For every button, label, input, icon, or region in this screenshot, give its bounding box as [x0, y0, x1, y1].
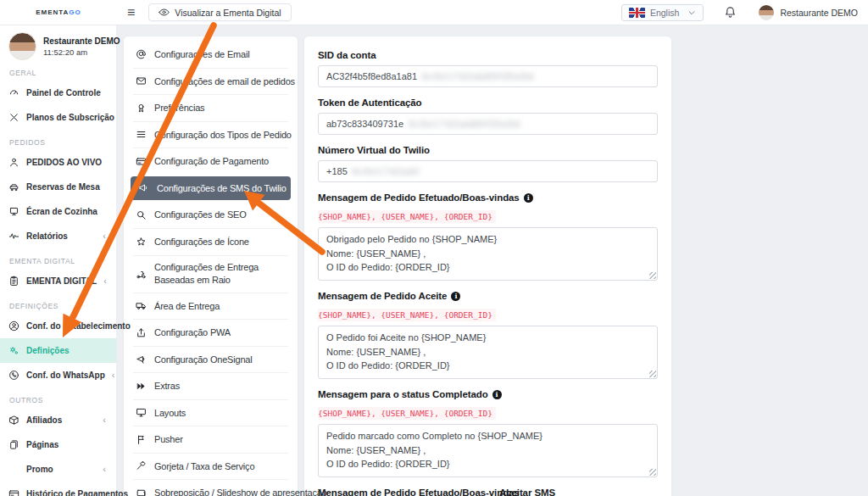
- chevron-left-icon: ‹: [103, 415, 106, 425]
- sidebar-user-name: Restaurante DEMO: [43, 36, 120, 46]
- truck-icon: [136, 300, 147, 311]
- user-name: Restaurante DEMO: [780, 8, 858, 18]
- sidebar-item-ecran-de-cozinha[interactable]: Écran de Cozinha: [8, 199, 108, 224]
- gift-icon: [8, 464, 19, 475]
- twilio-sms-settings-form: SID da conta AC32f4b5f8ed8a1a81 Token de…: [303, 36, 672, 496]
- menu-item-configuracoes-de-seo[interactable]: Configurações de SEO: [133, 202, 288, 229]
- token-de-autenticacao-input[interactable]: ab73c833409731e: [318, 113, 658, 135]
- app-logo[interactable]: EMENTAGO: [0, 0, 117, 25]
- chevron-left-icon: ‹: [103, 231, 106, 241]
- credit-card-icon: [136, 156, 147, 167]
- sidebar-item-afiliados[interactable]: Afiliados ‹: [8, 408, 108, 432]
- sidebar-section-geral: GERAL: [9, 69, 108, 77]
- sidebar-user-block[interactable]: Restaurante DEMO 11:52:20 am: [8, 32, 108, 60]
- redacted-value: [353, 167, 419, 176]
- share-icon: [136, 327, 147, 338]
- sidebar-item-historico-de-pagamentos[interactable]: Histórico de Pagamentos: [8, 482, 108, 496]
- fast-forward-icon: [136, 381, 147, 392]
- menu-item-configuracoes-de-email[interactable]: Configurações de Email: [133, 41, 288, 68]
- info-icon[interactable]: [451, 292, 460, 301]
- reports-icon: [8, 231, 19, 242]
- sidebar-section-definicoes: DEFINIÇÕES: [9, 302, 108, 310]
- field-label-sid: SID da conta: [318, 50, 658, 60]
- logo-text: EMENTA: [36, 8, 69, 16]
- numero-virtual-twilio-input[interactable]: +185: [318, 160, 658, 182]
- user-menu[interactable]: Restaurante DEMO: [759, 5, 858, 20]
- uk-flag-icon: [629, 8, 645, 18]
- notifications-bell-icon[interactable]: [724, 6, 737, 19]
- avatar: [8, 32, 36, 60]
- flag-icon: [136, 434, 147, 445]
- hamburger-menu-icon[interactable]: ≡: [127, 6, 135, 20]
- avatar: [759, 5, 774, 20]
- menu-item-preferencias[interactable]: Preferências: [133, 94, 288, 121]
- at-icon: [136, 48, 147, 59]
- monitor-icon: [136, 407, 147, 418]
- sidebar-item-conf-do-whatsapp[interactable]: Conf. do WhatsApp ‹: [8, 363, 108, 387]
- sidebar: Restaurante DEMO 11:52:20 am GERAL Paine…: [0, 25, 117, 496]
- placeholder-variables: {SHOP_NAME}, {USER_NAME}, {ORDER_ID}: [318, 210, 496, 223]
- list-icon: [136, 129, 147, 140]
- menu-item-configuracoes-de-icone[interactable]: Configurações de Ícone: [133, 228, 288, 255]
- chevron-left-icon: ‹: [103, 276, 107, 286]
- sidebar-item-ementa-digital[interactable]: EMENTA DIGITAL ‹: [8, 269, 108, 293]
- chevron-down-icon: [687, 8, 696, 17]
- sid-da-conta-input[interactable]: AC32f4b5f8ed8a1a81: [318, 65, 658, 87]
- mensagem-boas-vindas-textarea[interactable]: Obrigado pelo Pedido no {SHOP_NAME} Nome…: [318, 227, 658, 281]
- menu-item-configuracao-pwa[interactable]: Configuração PWA: [133, 319, 288, 346]
- sidebar-item-paginas[interactable]: Páginas: [8, 432, 108, 457]
- mensagem-completado-textarea[interactable]: Pedido marcado como Completo no {SHOP_NA…: [318, 424, 658, 477]
- sidebar-item-reservas-de-mesa[interactable]: Reservas de Mesa: [8, 175, 108, 199]
- eye-icon: [159, 7, 170, 18]
- chevron-left-icon: ‹: [112, 371, 115, 380]
- info-icon[interactable]: [492, 390, 502, 399]
- menu-item-configuracoes-de-email-de-pedidos[interactable]: Configurações de email de pedidos: [133, 68, 288, 95]
- spoon-icon: [136, 460, 147, 471]
- sidebar-item-relatorios[interactable]: Relatórios ‹: [8, 224, 108, 248]
- menu-item-configuracao-de-pagamento[interactable]: Configuração de Pagamento: [133, 148, 288, 175]
- pages-icon: [8, 439, 19, 450]
- field-label-token: Token de Autenticação: [318, 98, 658, 108]
- menu-item-configuracao-onesignal[interactable]: Configuração OneSignal: [133, 346, 288, 373]
- sidebar-item-planos-de-subscricao[interactable]: Planos de Subscrição: [8, 105, 108, 130]
- sidebar-item-painel-de-controle[interactable]: Painel de Controle: [8, 81, 108, 105]
- menu-item-configuracoes-de-entrega-baseadas-em-raio[interactable]: Configurações de Entrega Baseadas em Rai…: [133, 255, 288, 293]
- affiliates-icon: [8, 415, 19, 426]
- sidebar-item-conf-do-estabelecimento[interactable]: Conf. do Estabelecimento: [8, 314, 108, 338]
- chevron-left-icon: ‹: [103, 465, 106, 474]
- menu-item-configuracao-dos-tipos-de-pedido[interactable]: Configuração dos Tipos de Pedido: [133, 121, 288, 148]
- sidebar-item-pedidos-ao-vivo[interactable]: PEDIDOS AO VIVO: [8, 150, 108, 175]
- whatsapp-icon: [8, 370, 19, 381]
- sidebar-item-promo[interactable]: Promo ‹: [8, 457, 108, 482]
- mensagem-aceite-textarea[interactable]: O Pedido foi Aceite no {SHOP_NAME} Nome:…: [318, 326, 658, 379]
- live-orders-icon: [8, 157, 19, 168]
- menu-item-gorjeta-taxa-de-servico[interactable]: Gorjeta / Taxa de Serviço: [133, 453, 288, 480]
- info-icon[interactable]: [524, 193, 533, 203]
- select-label-mensagem-boas-vindas: Mensagem de Pedido Efetuado/Boas-vindas: [318, 488, 487, 496]
- menu-item-extras[interactable]: Extras: [133, 372, 288, 399]
- redacted-value: [422, 72, 548, 81]
- language-selector[interactable]: English: [621, 4, 704, 21]
- sidebar-section-pedidos: PEDIDOS: [9, 138, 108, 147]
- menu-item-area-de-entrega[interactable]: Área de Entrega: [133, 293, 288, 320]
- menu-item-layouts[interactable]: Layouts: [133, 399, 288, 426]
- menu-item-pusher[interactable]: Pusher: [133, 426, 288, 453]
- select-label-aceitar-sms: Aceitar SMS: [499, 488, 658, 496]
- overlay-icon: [136, 488, 147, 496]
- app-window: EMENTAGO ≡ Visualizar a Ementa Digital E…: [0, 0, 868, 496]
- credit-card-icon: [8, 488, 19, 496]
- scooter-icon: [136, 269, 147, 280]
- menu-item-configuracoes-de-sms-do-twilio[interactable]: Configurações de SMS do Twilio: [131, 176, 291, 200]
- sidebar-item-definicoes[interactable]: Definições: [0, 338, 116, 363]
- redacted-value: [409, 120, 526, 129]
- horn-icon: [136, 354, 147, 365]
- star-icon: [136, 237, 147, 248]
- top-bar: EMENTAGO ≡ Visualizar a Ementa Digital E…: [0, 0, 868, 25]
- field-label-mensagem-aceite: Mensagem de Pedido Aceite: [318, 291, 658, 301]
- view-digital-menu-label: Visualizar a Ementa Digital: [175, 8, 281, 18]
- logo-accent-text: GO: [69, 8, 81, 16]
- menu-item-sobreposicao-slideshow[interactable]: Sobreposição / Slideshow de apresentação: [133, 479, 288, 496]
- view-digital-menu-button[interactable]: Visualizar a Ementa Digital: [148, 3, 291, 21]
- field-label-numero-virtual: Número Virtual do Twilio: [318, 145, 658, 155]
- field-label-mensagem-boas-vindas: Mensagem de Pedido Efetuado/Boas-vindas: [318, 192, 658, 203]
